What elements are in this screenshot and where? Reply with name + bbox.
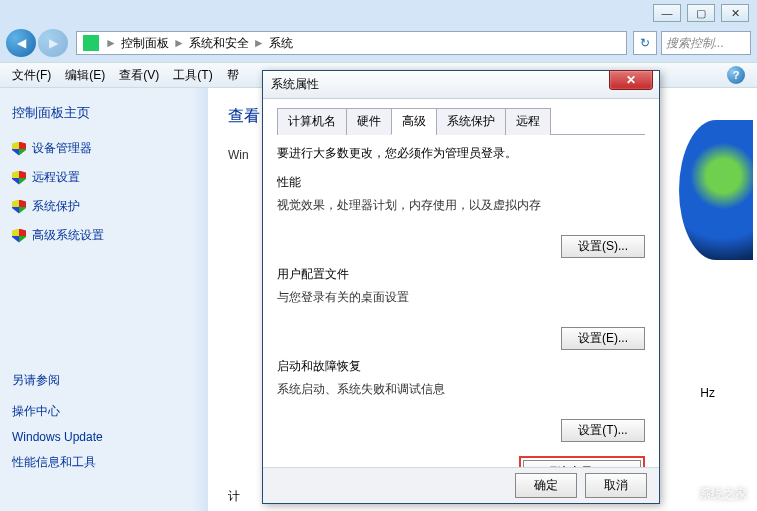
help-icon[interactable]: ?: [727, 66, 745, 84]
admin-note: 要进行大多数更改，您必须作为管理员登录。: [277, 145, 645, 162]
startup-settings-button[interactable]: 设置(T)...: [561, 419, 645, 442]
menu-edit[interactable]: 编辑(E): [65, 67, 105, 84]
section-desc: 与您登录有关的桌面设置: [277, 289, 645, 306]
window-controls: — ▢ ✕: [653, 4, 749, 22]
cancel-button[interactable]: 取消: [585, 473, 647, 498]
ok-button[interactable]: 确定: [515, 473, 577, 498]
menu-file[interactable]: 文件(F): [12, 67, 51, 84]
sidebar-item-protection[interactable]: 系统保护: [12, 198, 196, 215]
control-panel-icon: [83, 35, 99, 51]
section-user-profile: 用户配置文件 与您登录有关的桌面设置 设置(E)...: [277, 266, 645, 352]
see-also-title: 另请参阅: [12, 372, 103, 389]
dialog-title: 系统属性: [271, 76, 319, 93]
right-panel: [679, 100, 753, 400]
section-startup: 启动和故障恢复 系统启动、系统失败和调试信息 设置(T)...: [277, 358, 645, 444]
sidebar-item-label: 设备管理器: [32, 140, 92, 157]
tab-system-protection[interactable]: 系统保护: [436, 108, 506, 135]
section-title: 性能: [277, 174, 645, 191]
sidebar-item-label: 高级系统设置: [32, 227, 104, 244]
sidebar-item-remote[interactable]: 远程设置: [12, 169, 196, 186]
chevron-right-icon: ►: [105, 36, 117, 50]
sidebar-item-label: 系统保护: [32, 198, 80, 215]
chevron-right-icon: ►: [253, 36, 265, 50]
system-properties-dialog: 系统属性 ✕ 计算机名 硬件 高级 系统保护 远程 要进行大多数更改，您必须作为…: [262, 70, 660, 504]
minimize-button[interactable]: —: [653, 4, 681, 22]
dialog-footer: 确定 取消: [263, 467, 659, 503]
chevron-right-icon: ►: [173, 36, 185, 50]
menu-help[interactable]: 帮: [227, 67, 239, 84]
tab-hardware[interactable]: 硬件: [346, 108, 392, 135]
tab-strip: 计算机名 硬件 高级 系统保护 远程: [277, 107, 645, 135]
forward-button[interactable]: ▶: [38, 29, 68, 57]
sidebar-title[interactable]: 控制面板主页: [12, 104, 196, 122]
section-title: 用户配置文件: [277, 266, 645, 283]
breadcrumb-item[interactable]: 系统和安全: [189, 35, 249, 52]
back-button[interactable]: ◀: [6, 29, 36, 57]
see-also-link[interactable]: 性能信息和工具: [12, 454, 103, 471]
breadcrumb-item[interactable]: 系统: [269, 35, 293, 52]
search-input[interactable]: 搜索控制...: [661, 31, 751, 55]
address-bar[interactable]: ► 控制面板 ► 系统和安全 ► 系统: [76, 31, 627, 55]
tab-advanced[interactable]: 高级: [391, 108, 437, 135]
section-performance: 性能 视觉效果，处理器计划，内存使用，以及虚拟内存 设置(S)...: [277, 174, 645, 260]
tab-remote[interactable]: 远程: [505, 108, 551, 135]
windows-orb-icon: [679, 120, 753, 260]
tab-computer-name[interactable]: 计算机名: [277, 108, 347, 135]
content-bottom-text: 计: [228, 488, 240, 505]
maximize-button[interactable]: ▢: [687, 4, 715, 22]
section-desc: 系统启动、系统失败和调试信息: [277, 381, 645, 398]
sidebar-item-advanced[interactable]: 高级系统设置: [12, 227, 196, 244]
dialog-close-button[interactable]: ✕: [609, 70, 653, 90]
refresh-button[interactable]: ↻: [633, 31, 657, 55]
section-title: 启动和故障恢复: [277, 358, 645, 375]
shield-icon: [12, 171, 26, 185]
shield-icon: [12, 229, 26, 243]
sidebar-item-device-manager[interactable]: 设备管理器: [12, 140, 196, 157]
section-desc: 视觉效果，处理器计划，内存使用，以及虚拟内存: [277, 197, 645, 214]
dialog-titlebar[interactable]: 系统属性: [263, 71, 659, 99]
menu-view[interactable]: 查看(V): [119, 67, 159, 84]
menu-tools[interactable]: 工具(T): [173, 67, 212, 84]
hz-label: Hz: [696, 382, 719, 404]
breadcrumb-item[interactable]: 控制面板: [121, 35, 169, 52]
breadcrumb: ► 控制面板 ► 系统和安全 ► 系统: [105, 35, 293, 52]
see-also-link[interactable]: 操作中心: [12, 403, 103, 420]
sidebar-item-label: 远程设置: [32, 169, 80, 186]
see-also: 另请参阅 操作中心 Windows Update 性能信息和工具: [12, 372, 103, 481]
dialog-body: 计算机名 硬件 高级 系统保护 远程 要进行大多数更改，您必须作为管理员登录。 …: [263, 99, 659, 499]
sidebar: 控制面板主页 设备管理器 远程设置 系统保护 高级系统设置 另请参阅 操作中心 …: [0, 88, 208, 511]
see-also-link[interactable]: Windows Update: [12, 430, 103, 444]
window-close-button[interactable]: ✕: [721, 4, 749, 22]
navigation-bar: ◀ ▶ ► 控制面板 ► 系统和安全 ► 系统 ↻ 搜索控制...: [0, 28, 757, 58]
performance-settings-button[interactable]: 设置(S)...: [561, 235, 645, 258]
shield-icon: [12, 200, 26, 214]
shield-icon: [12, 142, 26, 156]
user-profile-settings-button[interactable]: 设置(E)...: [561, 327, 645, 350]
